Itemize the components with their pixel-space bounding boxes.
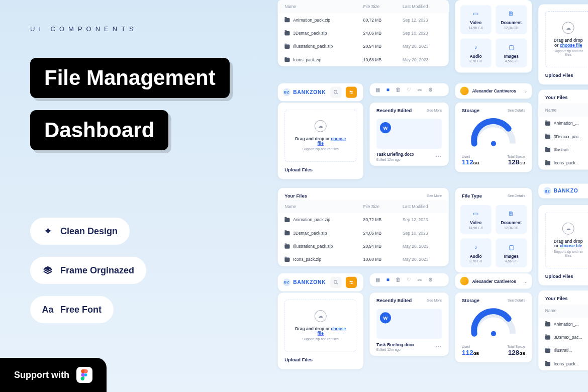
tile-icon: 🗎 xyxy=(507,10,516,18)
svg-point-6 xyxy=(351,92,352,93)
share-icon[interactable]: ⫘ xyxy=(417,277,422,283)
dropzone[interactable]: ☁ Drag and drop or choose file Support z… xyxy=(545,11,588,67)
table-row[interactable]: Animation_pack.zip80,72 MBSep 12, 2023 xyxy=(278,213,449,226)
brand-bar: BZBANKZONK xyxy=(278,273,363,291)
more-icon[interactable]: ⋯ xyxy=(435,153,442,160)
logo-badge-icon: BZ xyxy=(283,278,290,286)
see-more-link[interactable]: See More xyxy=(427,108,442,112)
table-row[interactable]: Illustrati... xyxy=(538,344,588,357)
table-header: Name xyxy=(538,104,588,117)
filter-button[interactable] xyxy=(346,87,357,98)
settings-icon[interactable]: ⚙ xyxy=(428,277,433,283)
dropzone[interactable]: ☁ Drag and drop or choose file Support z… xyxy=(545,212,588,268)
brand-bar: BZBANKZONK xyxy=(278,83,363,102)
upload-card: ☁ Drag and drop or choose file Support z… xyxy=(278,103,363,179)
heart-icon[interactable]: ♡ xyxy=(407,87,411,93)
grid-icon[interactable]: ▦ xyxy=(375,277,380,283)
storage-card: StorageSee Details Used112GB Total Space… xyxy=(455,103,532,172)
tile-size: 12,04 GB xyxy=(500,226,523,230)
files-table-card: Your FilesSee MoreNameFile SizeLast Modi… xyxy=(278,188,449,266)
folder-icon xyxy=(284,231,289,235)
logo[interactable]: BZBANKZONK xyxy=(283,278,326,286)
toolbar-card: ▦ ■ 🗑 ♡ ⫘ ⚙ xyxy=(370,83,449,96)
filter-button[interactable] xyxy=(346,277,357,288)
file-type-tile[interactable]: ▭Video14,96 GB xyxy=(460,5,492,34)
card-title: Recently Edited xyxy=(376,108,412,113)
dropzone-hint: Support zip and rar files xyxy=(292,338,349,342)
table-header: NameFile SizeLast Modified xyxy=(278,0,449,13)
used-value: 112 xyxy=(462,349,473,356)
folder-icon xyxy=(545,335,550,340)
storage-card: StorageSee Details Used112GB Total Space… xyxy=(455,292,532,362)
search-button[interactable] xyxy=(330,277,341,288)
card-title: Your Files xyxy=(538,290,588,301)
table-row[interactable]: Animation_... xyxy=(538,117,588,130)
feature-label: Free Font xyxy=(60,305,102,315)
cloud-upload-icon: ☁ xyxy=(315,120,327,132)
logo[interactable]: BZBANKZO xyxy=(543,187,588,194)
folder-tool-icon[interactable]: ■ xyxy=(386,87,389,93)
choose-file-link[interactable]: choose file xyxy=(318,326,346,336)
settings-icon[interactable]: ⚙ xyxy=(428,87,433,93)
file-type-tile[interactable]: 🗎Document12,04 GB xyxy=(496,205,527,234)
grid-icon[interactable]: ▦ xyxy=(375,87,380,93)
file-type-tile[interactable]: ♪Audio8,78 GB xyxy=(460,39,492,68)
table-row[interactable]: Animation_pack.zip80,72 MBSep 12, 2023 xyxy=(278,13,449,26)
recent-file-name: Task Briefing.docx xyxy=(376,342,442,347)
more-icon[interactable]: ⋯ xyxy=(435,343,442,350)
svg-line-9 xyxy=(336,283,337,284)
see-more-link[interactable]: See More xyxy=(427,193,442,198)
share-icon[interactable]: ⫘ xyxy=(417,87,422,93)
file-type-tile[interactable]: ▢Images4,56 GB xyxy=(496,238,527,267)
choose-file-link[interactable]: choose file xyxy=(560,244,582,248)
see-more-link[interactable]: See More xyxy=(427,299,442,303)
trash-icon[interactable]: 🗑 xyxy=(396,277,401,283)
see-details-link[interactable]: See Details xyxy=(508,108,525,112)
table-row[interactable]: Icons_pack... xyxy=(538,357,588,370)
table-row[interactable]: 3Dsmax_pac... xyxy=(538,331,588,344)
search-button[interactable] xyxy=(330,87,341,98)
feature-frame-organized: Frame Orginazed xyxy=(30,257,146,284)
table-row[interactable]: Illustrations_pack.zip20,94 MBMay 28, 20… xyxy=(278,40,449,53)
table-row[interactable]: Icons_pack.zip10,68 MBMay 20, 2023 xyxy=(278,53,449,66)
file-type-tile[interactable]: ▢Images4,56 GB xyxy=(496,39,527,68)
svg-point-12 xyxy=(350,281,351,282)
layers-icon xyxy=(42,265,53,276)
table-row[interactable]: Illustrations_pack.zip20,94 MBMay 28, 20… xyxy=(278,240,449,253)
table-row[interactable]: Animation_... xyxy=(538,318,588,331)
dropzone[interactable]: ☁ Drag and drop or choose file Support z… xyxy=(284,300,356,352)
heart-icon[interactable]: ♡ xyxy=(407,277,411,283)
feature-free-font: Aa Free Font xyxy=(30,296,114,323)
user-menu[interactable]: Alexander Cantiveros ⌄ xyxy=(455,273,532,289)
see-details-link[interactable]: See Details xyxy=(508,299,525,303)
card-title: File Type xyxy=(462,193,482,198)
table-row[interactable]: 3Dsmax_pac... xyxy=(538,130,588,143)
folder-icon xyxy=(284,31,289,36)
dropzone[interactable]: ☁ Drag and drop or choose file Support z… xyxy=(284,110,356,162)
table-row[interactable]: 3Dsmax_pack.zip24,06 MBSep 10, 2023 xyxy=(278,227,449,240)
tile-label: Images xyxy=(500,54,523,58)
file-type-tile[interactable]: ▭Video14,96 GB xyxy=(460,205,492,234)
choose-file-link[interactable]: choose file xyxy=(560,43,582,47)
upload-card: ☁ Drag and drop or choose file Support z… xyxy=(538,5,588,85)
table-row[interactable]: Illustrati... xyxy=(538,143,588,156)
folder-icon xyxy=(545,362,550,366)
table-row[interactable]: Icons_pack... xyxy=(538,156,588,169)
table-row[interactable]: Icons_pack.zip10,68 MBMay 20, 2023 xyxy=(278,253,449,266)
choose-file-link[interactable]: choose file xyxy=(318,136,346,146)
font-icon: Aa xyxy=(42,304,53,315)
file-type-tile[interactable]: ♪Audio8,78 GB xyxy=(460,238,492,267)
tile-size: 14,96 GB xyxy=(464,26,487,30)
table-row[interactable]: 3Dsmax_pack.zip24,06 MBSep 10, 2023 xyxy=(278,27,449,40)
trash-icon[interactable]: 🗑 xyxy=(396,87,401,93)
folder-tool-icon[interactable]: ■ xyxy=(386,277,389,283)
svg-line-2 xyxy=(336,93,337,94)
recent-file-name: Task Briefing.docx xyxy=(376,152,442,157)
doc-badge-icon: W xyxy=(380,122,391,133)
logo[interactable]: BZBANKZONK xyxy=(283,88,326,96)
see-details-link[interactable]: See Details xyxy=(508,193,525,198)
file-type-tile[interactable]: 🗎Document12,04 GB xyxy=(496,5,527,34)
user-menu[interactable]: Alexander Cantiveros ⌄ xyxy=(455,83,532,99)
tile-icon: ▢ xyxy=(507,43,516,51)
recently-edited-card: Recently EditedSee More W Task Briefing.… xyxy=(370,103,449,166)
